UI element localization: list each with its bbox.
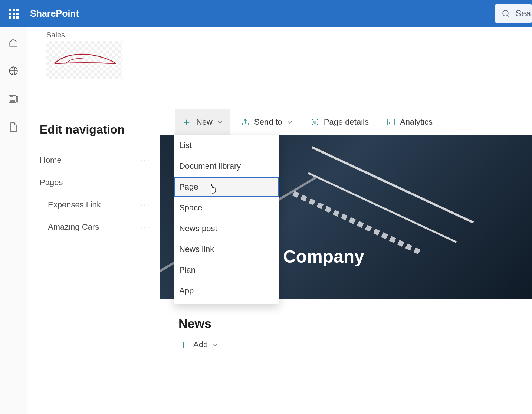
- dropdown-item-label: Space: [179, 203, 202, 213]
- nav-item[interactable]: Pages···: [40, 171, 152, 194]
- analytics-label: Analytics: [400, 117, 433, 127]
- more-icon[interactable]: ···: [141, 178, 152, 187]
- gear-icon: [311, 118, 319, 126]
- dropdown-item-space[interactable]: Space: [174, 197, 279, 218]
- dropdown-item-label: News link: [179, 244, 214, 254]
- file-icon[interactable]: [8, 122, 19, 132]
- nav-item[interactable]: Amazing Cars···: [40, 216, 152, 238]
- dropdown-item-label: Document library: [179, 161, 241, 171]
- brand-label[interactable]: SharePoint: [30, 8, 79, 19]
- main-content: Edit navigation Home···Pages···Expenses …: [27, 109, 532, 414]
- svg-rect-6: [10, 97, 13, 99]
- more-icon[interactable]: ···: [141, 200, 152, 210]
- dropdown-item-plan[interactable]: Plan: [174, 260, 279, 280]
- send-to-label: Send to: [254, 117, 282, 127]
- nav-item-label: Home: [40, 155, 62, 165]
- waffle-icon: [9, 9, 19, 19]
- news-icon[interactable]: [8, 94, 19, 104]
- dropdown-item-label: Page: [179, 182, 198, 192]
- svg-point-0: [503, 10, 508, 16]
- dropdown-item-document-library[interactable]: Document library: [174, 156, 279, 177]
- page-details-label: Page details: [324, 117, 369, 127]
- analytics-button[interactable]: Analytics: [380, 109, 439, 135]
- globe-icon[interactable]: [8, 66, 19, 76]
- pointer-cursor-icon: [208, 183, 218, 194]
- car-logo-image: [51, 49, 118, 71]
- nav-panel-title: Edit navigation: [40, 123, 152, 137]
- hero-title-fragment: r Company: [271, 246, 364, 267]
- new-button-label: New: [196, 117, 213, 127]
- app-nav-rail: [0, 27, 27, 414]
- page-details-button[interactable]: Page details: [304, 109, 375, 135]
- nav-item-label: Amazing Cars: [40, 222, 99, 232]
- command-bar: ＋ New Send to Page details: [160, 109, 532, 135]
- new-dropdown-menu: ListDocument libraryPageSpaceNews postNe…: [174, 135, 279, 304]
- search-placeholder: Sea: [516, 9, 531, 19]
- nav-item-label: Pages: [40, 178, 63, 187]
- site-logo[interactable]: [46, 41, 122, 79]
- new-button[interactable]: ＋ New: [175, 109, 230, 135]
- chart-icon: [387, 118, 395, 126]
- svg-point-10: [314, 121, 316, 123]
- dropdown-item-list[interactable]: List: [174, 135, 279, 156]
- chevron-down-icon: [217, 120, 223, 124]
- site-name[interactable]: Sales: [46, 31, 513, 39]
- news-heading: News: [178, 316, 218, 331]
- dropdown-item-app[interactable]: App: [174, 280, 279, 301]
- dropdown-item-news-link[interactable]: News link: [174, 239, 279, 260]
- plus-icon: ＋: [178, 338, 189, 352]
- nav-item-label: Expenses Link: [40, 200, 101, 210]
- news-add-button[interactable]: ＋ Add: [178, 338, 218, 352]
- plus-icon: ＋: [181, 115, 192, 129]
- home-icon[interactable]: [8, 37, 19, 48]
- dropdown-item-label: News post: [179, 224, 217, 233]
- send-to-button[interactable]: Send to: [234, 109, 299, 135]
- dropdown-item-label: Plan: [179, 265, 196, 275]
- search-icon: [502, 9, 510, 18]
- site-header: Sales: [27, 27, 532, 86]
- suite-header: SharePoint Sea: [0, 0, 532, 27]
- news-section: News ＋ Add: [178, 316, 218, 352]
- news-add-label: Add: [193, 340, 208, 349]
- search-box[interactable]: Sea: [495, 4, 532, 23]
- nav-item[interactable]: Expenses Link···: [40, 194, 152, 216]
- page-content: ＋ New Send to Page details: [160, 109, 532, 414]
- dropdown-item-news-post[interactable]: News post: [174, 218, 279, 239]
- dropdown-item-page[interactable]: Page: [174, 177, 279, 197]
- app-launcher-button[interactable]: [0, 0, 27, 27]
- chevron-down-icon: [287, 120, 293, 124]
- share-icon: [241, 118, 250, 126]
- more-icon[interactable]: ···: [141, 155, 152, 165]
- dropdown-item-label: App: [179, 286, 194, 296]
- nav-item[interactable]: Home···: [40, 149, 152, 171]
- chevron-down-icon: [212, 343, 218, 346]
- dropdown-item-label: List: [179, 141, 192, 150]
- svg-line-1: [508, 15, 509, 17]
- more-icon[interactable]: ···: [141, 222, 152, 232]
- edit-navigation-panel: Edit navigation Home···Pages···Expenses …: [27, 109, 160, 414]
